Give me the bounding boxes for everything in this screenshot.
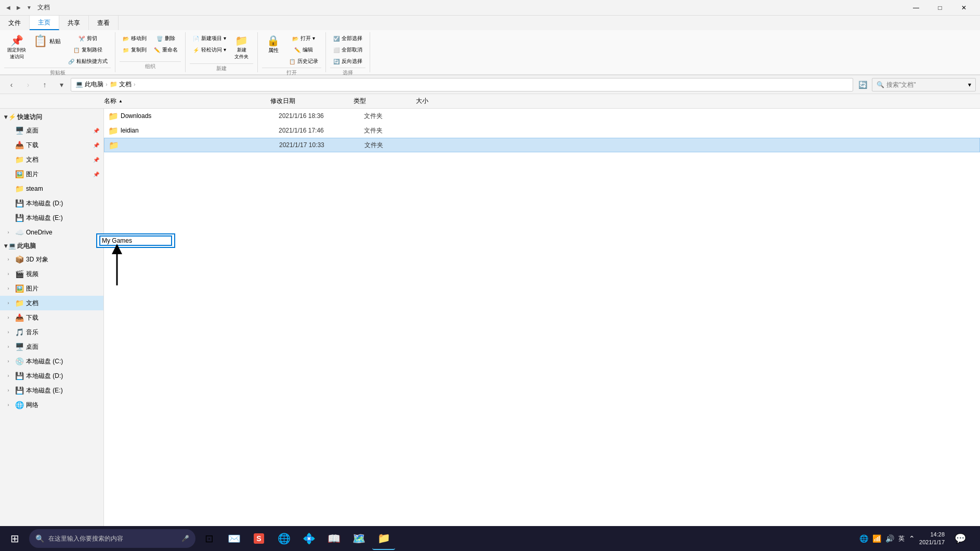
this-pc-header[interactable]: ▾ 💻 此电脑 xyxy=(0,240,103,252)
recent-locations-button[interactable]: ▾ xyxy=(54,77,69,92)
select-none-button[interactable]: ⬜ 全部取消 xyxy=(330,45,365,55)
tab-view[interactable]: 查看 xyxy=(89,16,119,30)
taskbar-explorer[interactable]: 📁 xyxy=(372,527,395,550)
sidebar-item-steam[interactable]: 📁 steam xyxy=(0,181,103,196)
taskbar-search[interactable]: 🔍 在这里输入你要搜索的内容 🎤 xyxy=(29,529,195,548)
sidebar-item-local-d2[interactable]: › 💾 本地磁盘 (D:) xyxy=(0,369,103,383)
taskbar-s-browser[interactable]: S xyxy=(247,527,270,550)
taskbar-maps[interactable]: 🗺️ xyxy=(347,527,370,550)
history-button[interactable]: 📋 历史记录 xyxy=(286,56,321,67)
tray-icons: 🌐 📶 🔊 英 ⌃ xyxy=(859,534,915,543)
easy-access-button[interactable]: ⚡ 轻松访问 ▾ xyxy=(190,45,229,55)
col-header-date[interactable]: 修改日期 xyxy=(270,97,354,106)
sidebar-item-local-e2[interactable]: › 💾 本地磁盘 (E:) xyxy=(0,383,103,398)
file-item-my-games[interactable]: 📁 2021/1/17 10:33 文件夹 xyxy=(104,138,980,152)
sidebar-item-music[interactable]: › 🎵 音乐 xyxy=(0,325,103,339)
notification-button[interactable]: 💬 xyxy=(949,527,972,550)
minimize-button[interactable]: — xyxy=(904,0,928,16)
breadcrumb-pc[interactable]: 💻 此电脑 xyxy=(75,80,103,89)
cut-button[interactable]: ✂️ 剪切 xyxy=(65,33,111,44)
tab-file[interactable]: 文件 xyxy=(0,16,30,30)
sidebar-item-videos[interactable]: › 🎬 视频 xyxy=(0,267,103,281)
maximize-button[interactable]: □ xyxy=(928,0,952,16)
open-group-label: 打开 xyxy=(262,68,321,78)
sidebar-item-pictures[interactable]: 🖼️ 图片 📌 xyxy=(0,167,103,181)
breadcrumb-documents[interactable]: 📁 文档 xyxy=(110,80,132,89)
select-all-button[interactable]: ☑️ 全部选择 xyxy=(330,33,365,44)
move-to-button[interactable]: 📂 移动到 xyxy=(120,33,150,44)
sidebar-item-network[interactable]: › 🌐 网络 xyxy=(0,398,103,412)
sidebar-item-onedrive[interactable]: › ☁️ OneDrive xyxy=(0,225,103,240)
delete-button[interactable]: 🗑️ 删除 xyxy=(151,33,181,44)
copy-to-button[interactable]: 📁 复制到 xyxy=(120,45,150,55)
sidebar-item-documents2[interactable]: › 📁 文档 xyxy=(0,296,103,310)
sidebar-item-desktop2[interactable]: › 🖥️ 桌面 xyxy=(0,339,103,354)
edit-label: 编辑 xyxy=(303,46,313,54)
sidebar-item-3d-objects[interactable]: › 📦 3D 对象 xyxy=(0,252,103,267)
taskbar-edge[interactable]: 🌐 xyxy=(272,527,295,550)
new-col1: 📄 新建项目 ▾ ⚡ 轻松访问 ▾ xyxy=(190,33,229,55)
col-header-name[interactable]: 名称 ▲ xyxy=(104,97,270,106)
search-icon: 🔍 xyxy=(877,81,884,88)
tray-lang[interactable]: 英 xyxy=(898,534,905,543)
sidebar-item-downloads2[interactable]: › 📥 下载 xyxy=(0,310,103,325)
col-header-type[interactable]: 类型 xyxy=(354,97,416,106)
tray-time[interactable]: 14:28 2021/1/17 xyxy=(919,531,945,547)
quick-access-icon: ⚡ xyxy=(8,113,16,121)
close-button[interactable]: ✕ xyxy=(952,0,976,16)
new-item-icon: 📄 xyxy=(193,36,199,42)
main-area: ▾ ⚡ 快速访问 🖥️ 桌面 📌 📥 下载 📌 📁 文档 📌 🖼️ 图片 📌 xyxy=(0,109,980,531)
invert-button[interactable]: 🔄 反向选择 xyxy=(330,56,365,67)
search-input[interactable] xyxy=(886,81,966,88)
tab-home[interactable]: 主页 xyxy=(30,16,59,30)
expand-icon: › xyxy=(4,271,12,277)
taskbar-3d[interactable]: 💠 xyxy=(297,527,320,550)
breadcrumb[interactable]: 💻 此电脑 › 📁 文档 › xyxy=(71,78,853,91)
new-folder-button[interactable]: 📁 新建文件夹 xyxy=(230,33,253,62)
3d-icon: 💠 xyxy=(303,532,316,545)
paste-group: 📋 粘贴 xyxy=(30,33,64,49)
tray-wifi-icon[interactable]: 📶 xyxy=(872,534,881,543)
sidebar-item-pictures2[interactable]: › 🖼️ 图片 xyxy=(0,281,103,296)
sidebar-item-desktop[interactable]: 🖥️ 桌面 📌 xyxy=(0,123,103,138)
expand-icon: › xyxy=(4,300,12,306)
sidebar-item-local-d[interactable]: 💾 本地磁盘 (D:) xyxy=(0,196,103,211)
taskbar-task-view[interactable]: ⊡ xyxy=(198,527,220,550)
file-item-leidian[interactable]: 📁 leidian 2021/1/16 17:46 文件夹 xyxy=(104,123,980,138)
copy-button[interactable]: 📋 复制路径 xyxy=(65,45,111,55)
pin-button[interactable]: 📌 固定到快速访问 xyxy=(4,33,29,62)
taskbar-reader[interactable]: 📖 xyxy=(322,527,345,550)
svg-marker-1 xyxy=(112,244,122,254)
videos-icon: 🎬 xyxy=(15,270,24,278)
open-button[interactable]: 📂 打开 ▾ xyxy=(286,33,321,44)
organize-group-label: 组织 xyxy=(120,61,181,72)
refresh-button[interactable]: 🔄 xyxy=(855,77,870,92)
file-item-downloads[interactable]: 📁 Downloads 2021/1/16 18:36 文件夹 xyxy=(104,109,980,123)
tab-share[interactable]: 共享 xyxy=(59,16,89,30)
local-d-icon: 💾 xyxy=(15,199,24,207)
paste-button[interactable]: 📋 粘贴 xyxy=(30,33,64,49)
edit-button[interactable]: ✏️ 编辑 xyxy=(286,45,321,55)
copy-to-label: 复制到 xyxy=(131,46,147,54)
new-item-button[interactable]: 📄 新建项目 ▾ xyxy=(190,33,229,44)
select-none-icon: ⬜ xyxy=(333,47,339,53)
col-header-size[interactable]: 大小 xyxy=(416,97,468,106)
quick-access-header[interactable]: ▾ ⚡ 快速访问 xyxy=(0,111,103,123)
tray-volume-icon[interactable]: 🔊 xyxy=(885,534,894,543)
rename-button[interactable]: ✏️ 重命名 xyxy=(151,45,181,55)
taskbar-search-placeholder: 在这里输入你要搜索的内容 xyxy=(48,534,123,543)
start-button[interactable]: ⊞ xyxy=(2,526,27,551)
properties-button[interactable]: 🔒 属性 xyxy=(262,33,285,56)
up-button[interactable]: ↑ xyxy=(37,77,52,92)
paste-shortcut-button[interactable]: 🔗 粘贴快捷方式 xyxy=(65,56,111,67)
tray-network-icon[interactable]: 🌐 xyxy=(859,534,868,543)
sidebar-item-local-c[interactable]: › 💿 本地磁盘 (C:) xyxy=(0,354,103,369)
tray-expand-icon[interactable]: ⌃ xyxy=(909,534,915,543)
sidebar-item-downloads[interactable]: 📥 下载 📌 xyxy=(0,138,103,152)
search-bar[interactable]: 🔍 ▾ xyxy=(872,78,976,91)
sidebar-item-local-e[interactable]: 💾 本地磁盘 (E:) xyxy=(0,211,103,225)
forward-button[interactable]: › xyxy=(21,77,35,92)
sidebar-item-documents[interactable]: 📁 文档 📌 xyxy=(0,152,103,167)
back-button[interactable]: ‹ xyxy=(4,77,19,92)
taskbar-mail[interactable]: ✉️ xyxy=(223,527,245,550)
